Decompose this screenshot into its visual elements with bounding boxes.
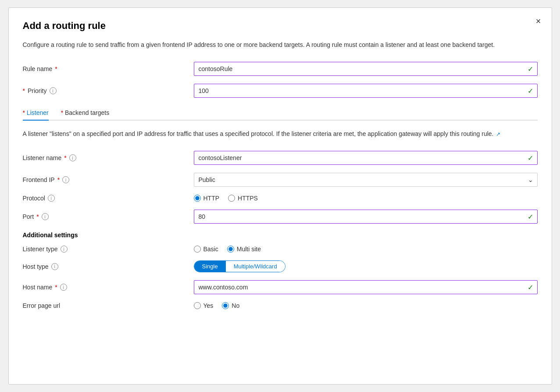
listener-external-link-icon[interactable]: ↗ [496,130,500,138]
protocol-http-label[interactable]: HTTP [194,195,220,202]
dialog-title: Add a routing rule [23,20,538,32]
frontend-ip-row: Frontend IP * i Public Private ⌄ [23,173,538,187]
listener-name-info-icon: i [69,154,76,161]
close-button[interactable]: × [536,17,541,25]
protocol-radio-group: HTTP HTTPS [194,195,538,202]
priority-label: * Priority i [23,87,194,94]
listener-type-basic-label[interactable]: Basic [194,246,218,253]
error-page-no-radio[interactable] [222,302,229,309]
rule-name-input[interactable] [194,62,538,76]
listener-name-input[interactable] [194,151,538,165]
priority-row: * Priority i ✓ [23,84,538,98]
listener-type-multisite-radio[interactable] [227,246,234,253]
host-type-label: Host type i [23,263,194,270]
port-row: Port * i ✓ [23,210,538,224]
host-name-label: Host name * i [23,284,194,291]
toggle-single-button[interactable]: Single [194,261,226,272]
protocol-row: Protocol i HTTP HTTPS [23,195,538,202]
host-name-check-icon: ✓ [528,283,533,292]
rule-name-check-icon: ✓ [528,65,533,73]
listener-name-field: ✓ [194,151,538,165]
tab-listener[interactable]: * Listener [23,106,49,121]
tabs-row: * Listener * Backend targets [23,106,538,121]
listener-type-label: Listener type i [23,246,194,253]
tab-backend-targets[interactable]: * Backend targets [61,106,110,120]
listener-description: A listener "listens" on a specified port… [23,129,527,139]
error-page-url-label: Error page url [23,302,194,309]
additional-settings-title: Additional settings [23,232,538,239]
dialog-description: Configure a routing rule to send traffic… [23,40,527,50]
listener-type-field: Basic Multi site [194,246,538,253]
frontend-ip-field: Public Private ⌄ [194,173,538,187]
error-page-url-radio-group: Yes No [194,302,538,309]
priority-field: ✓ [194,84,538,98]
error-page-no-label[interactable]: No [222,302,239,309]
listener-type-multisite-label[interactable]: Multi site [227,246,261,253]
priority-check-icon: ✓ [528,87,533,95]
port-info-icon: i [42,213,49,220]
host-name-input[interactable] [194,280,538,294]
frontend-ip-label: Frontend IP * i [23,176,194,183]
error-page-yes-label[interactable]: Yes [194,302,214,309]
protocol-https-label[interactable]: HTTPS [228,195,258,202]
host-type-info-icon: i [51,263,58,270]
listener-type-row: Listener type i Basic Multi site [23,246,538,253]
host-name-field: ✓ [194,280,538,294]
protocol-field: HTTP HTTPS [194,195,538,202]
priority-input[interactable] [194,84,538,98]
add-routing-rule-dialog: Add a routing rule × Configure a routing… [8,7,552,385]
listener-type-radio-group: Basic Multi site [194,246,538,253]
listener-name-label: Listener name * i [23,154,194,161]
host-name-info-icon: i [60,284,67,291]
priority-info-icon: i [50,87,57,94]
host-type-toggle-group: Single Multiple/Wildcard [194,260,285,272]
protocol-info-icon: i [48,195,55,202]
rule-name-required: * [55,65,57,72]
frontend-ip-select[interactable]: Public Private [194,173,538,187]
listener-name-check-icon: ✓ [528,154,533,162]
protocol-label: Protocol i [23,195,194,202]
rule-name-row: Rule name * ✓ [23,62,538,76]
port-field: ✓ [194,210,538,224]
port-check-icon: ✓ [528,213,533,221]
error-page-url-field: Yes No [194,302,538,309]
protocol-http-radio[interactable] [194,195,201,202]
port-label: Port * i [23,213,194,220]
toggle-multiple-wildcard-button[interactable]: Multiple/Wildcard [226,261,285,272]
host-name-row: Host name * i ✓ [23,280,538,294]
port-input[interactable] [194,210,538,224]
error-page-yes-radio[interactable] [194,302,201,309]
listener-name-row: Listener name * i ✓ [23,151,538,165]
host-type-field: Single Multiple/Wildcard [194,260,538,272]
error-page-url-row: Error page url Yes No [23,302,538,309]
rule-name-field: ✓ [194,62,538,76]
protocol-https-radio[interactable] [228,195,235,202]
listener-type-info-icon: i [61,246,68,253]
listener-type-basic-radio[interactable] [194,246,201,253]
host-type-row: Host type i Single Multiple/Wildcard [23,260,538,272]
rule-name-label: Rule name * [23,65,194,72]
frontend-ip-info-icon: i [62,176,69,183]
